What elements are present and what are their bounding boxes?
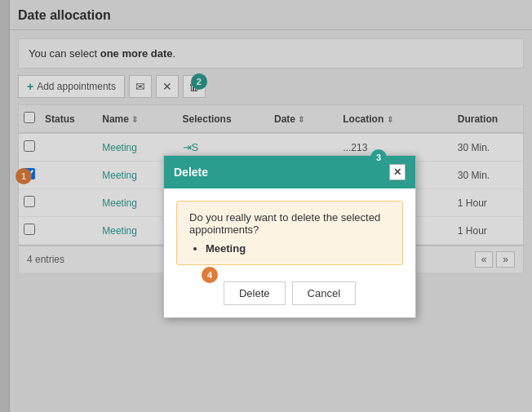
modal-body-text: Do you really want to delete the selecte… <box>189 211 390 236</box>
modal-header: Delete ✕ 3 <box>164 156 415 188</box>
modal-close-icon: ✕ <box>393 166 401 178</box>
step3-label: 3 <box>376 153 381 162</box>
modal-info-box: Do you really want to delete the selecte… <box>176 201 403 265</box>
modal-body: Do you really want to delete the selecte… <box>164 188 415 273</box>
page-wrapper: Date allocation You can select one more … <box>0 0 532 412</box>
confirm-delete-button[interactable]: Delete <box>224 281 286 305</box>
step4-badge: 4 <box>202 267 218 283</box>
modal-footer: Delete Cancel 4 <box>164 273 415 317</box>
step3-badge: 3 <box>370 149 387 166</box>
step4-label: 4 <box>207 270 212 280</box>
delete-modal: Delete ✕ 3 Do you really want to delete … <box>163 155 416 318</box>
modal-close-button[interactable]: ✕ <box>389 164 406 180</box>
cancel-delete-button[interactable]: Cancel <box>292 281 356 305</box>
modal-meeting-item: Meeting <box>206 242 390 255</box>
modal-title: Delete <box>174 166 208 179</box>
modal-items-list: Meeting <box>206 242 390 255</box>
